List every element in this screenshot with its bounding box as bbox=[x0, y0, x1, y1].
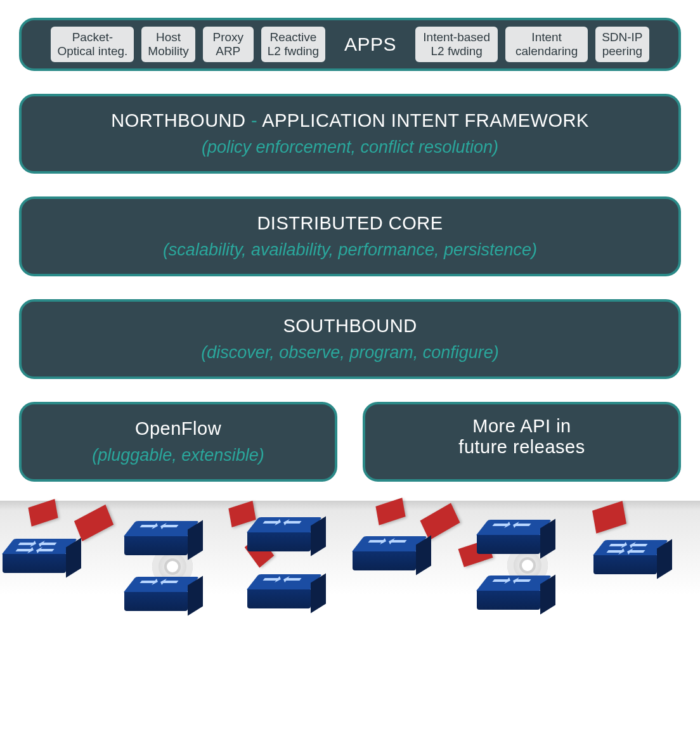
core-title: DISTRIBUTED CORE bbox=[34, 213, 666, 234]
openflow-layer: OpenFlow (pluggable, extensible) bbox=[19, 402, 337, 482]
apps-title: APPS bbox=[333, 34, 408, 55]
northbound-sub: (policy enforcement, conflict resolution… bbox=[34, 138, 666, 157]
southbound-layer: SOUTHBOUND (discover, observe, program, … bbox=[19, 299, 681, 379]
chip-line: peering bbox=[602, 44, 642, 58]
nb-sep: - bbox=[246, 110, 262, 131]
architecture-stack: Packet- Optical integ. Host Mobility Pro… bbox=[0, 0, 700, 501]
switch-icon bbox=[259, 574, 322, 625]
switch-icon bbox=[14, 539, 77, 589]
core-layer: DISTRIBUTED CORE (scalability, availabil… bbox=[19, 196, 681, 276]
future-l1: More API in bbox=[378, 416, 666, 437]
chip-line: SDN-IP bbox=[602, 30, 642, 44]
future-api-layer: More API in future releases bbox=[363, 402, 681, 482]
apps-layer: Packet- Optical integ. Host Mobility Pro… bbox=[19, 18, 681, 71]
switch-icon bbox=[259, 517, 322, 568]
app-chip-host-mobility: Host Mobility bbox=[141, 27, 195, 62]
core-sub: (scalability, availability, performance,… bbox=[34, 240, 666, 260]
switch-icon bbox=[364, 536, 427, 587]
chip-line: Mobility bbox=[148, 44, 188, 58]
protocols-row: OpenFlow (pluggable, extensible) More AP… bbox=[19, 402, 681, 482]
chip-line: Packet- bbox=[57, 30, 127, 44]
chip-line: Optical integ. bbox=[57, 44, 127, 58]
flag-icon bbox=[375, 498, 405, 525]
northbound-title: NORTHBOUND - APPLICATION INTENT FRAMEWOR… bbox=[34, 110, 666, 131]
chip-line: ARP bbox=[209, 44, 247, 58]
future-l2: future releases bbox=[378, 437, 666, 458]
switch-icon bbox=[605, 540, 668, 591]
nb-title-a: NORTHBOUND bbox=[111, 110, 245, 131]
flag-icon bbox=[592, 501, 626, 533]
app-chip-proxy-arp: Proxy ARP bbox=[203, 27, 254, 62]
switch-icon bbox=[136, 577, 199, 627]
app-chip-packet-optical: Packet- Optical integ. bbox=[51, 27, 134, 62]
chip-line: Reactive bbox=[268, 30, 319, 44]
chip-line: L2 fwding bbox=[422, 44, 491, 58]
chip-line: L2 fwding bbox=[268, 44, 319, 58]
chip-line: calendaring bbox=[512, 44, 581, 58]
chip-line: Intent-based bbox=[422, 30, 491, 44]
chip-line: Proxy bbox=[209, 30, 247, 44]
chip-line: Intent bbox=[512, 30, 581, 44]
flag-icon bbox=[420, 503, 460, 541]
switch-icon bbox=[488, 576, 552, 626]
chip-line: Host bbox=[148, 30, 188, 44]
southbound-title: SOUTHBOUND bbox=[34, 316, 666, 337]
switch-icon bbox=[136, 521, 199, 572]
app-chip-sdn-ip: SDN-IP peering bbox=[595, 27, 649, 62]
app-chip-intent-l2: Intent-based L2 fwding bbox=[415, 27, 498, 62]
flag-icon bbox=[28, 499, 58, 526]
flag-icon bbox=[228, 501, 256, 527]
northbound-layer: NORTHBOUND - APPLICATION INTENT FRAMEWOR… bbox=[19, 94, 681, 174]
app-chip-intent-calendaring: Intent calendaring bbox=[505, 27, 588, 62]
openflow-sub: (pluggable, extensible) bbox=[34, 446, 322, 465]
openflow-title: OpenFlow bbox=[34, 418, 322, 439]
nb-title-b: APPLICATION INTENT FRAMEWORK bbox=[262, 110, 589, 131]
devices-strip bbox=[0, 501, 700, 659]
flag-icon bbox=[74, 505, 113, 541]
southbound-sub: (discover, observe, program, configure) bbox=[34, 343, 666, 363]
switch-icon bbox=[488, 520, 552, 570]
app-chip-reactive-l2: Reactive L2 fwding bbox=[261, 27, 325, 62]
